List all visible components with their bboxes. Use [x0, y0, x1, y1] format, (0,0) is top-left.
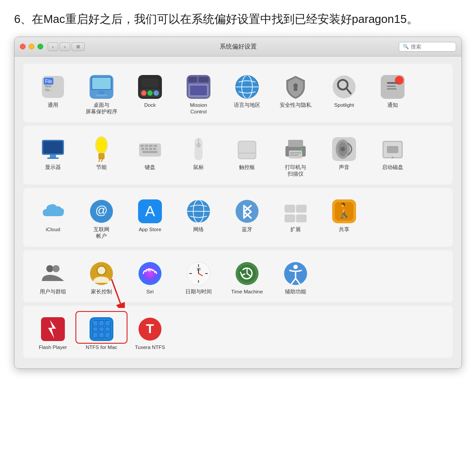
search-icon: 🔍	[403, 44, 409, 49]
mac-window: ‹ › ⊞ 系统偏好设置 🔍 File New	[14, 37, 462, 369]
svg-text:@: @	[95, 203, 108, 217]
dock-icon	[137, 74, 163, 100]
pref-timemachine[interactable]: Time Machine	[223, 257, 271, 297]
trackpad-icon	[234, 136, 260, 162]
svg-rect-124	[93, 333, 97, 338]
pref-spotlight[interactable]: Spotlight	[320, 71, 368, 117]
pref-icloud[interactable]: iCloud	[29, 195, 77, 241]
section3-grid: iCloud @ 互联网帐户	[29, 195, 447, 241]
pref-general[interactable]: File New Op... 通用	[29, 71, 77, 117]
pref-notification[interactable]: 通知	[368, 71, 417, 117]
flash-icon	[40, 316, 66, 342]
svg-rect-123	[105, 327, 110, 331]
pref-internet[interactable]: @ 互联网帐户	[77, 195, 126, 241]
svg-rect-119	[99, 321, 104, 326]
svg-rect-70	[387, 146, 398, 153]
pref-language[interactable]: 语言与地区	[223, 71, 271, 117]
spotlight-icon	[331, 74, 357, 100]
svg-rect-109	[41, 317, 65, 341]
network-icon	[186, 199, 211, 224]
pref-network[interactable]: 网络	[174, 195, 223, 241]
pref-bluetooth[interactable]: 蓝牙	[223, 195, 271, 241]
pref-sharing[interactable]: 🚶 共享	[320, 195, 368, 241]
svg-rect-9	[96, 94, 107, 96]
search-input[interactable]	[411, 44, 450, 50]
svg-rect-80	[296, 205, 307, 213]
svg-rect-45	[149, 145, 153, 147]
svg-point-106	[293, 265, 298, 269]
svg-rect-121	[93, 327, 97, 331]
keyboard-icon	[137, 136, 163, 162]
general-icon: File New Op...	[40, 74, 66, 100]
svg-rect-33	[387, 86, 396, 87]
svg-rect-126	[105, 333, 110, 338]
security-icon	[283, 74, 308, 100]
svg-rect-32	[387, 82, 398, 84]
sharing-label: 共享	[339, 226, 349, 233]
language-label: 语言与地区	[234, 102, 260, 109]
svg-rect-7	[92, 78, 111, 89]
tuxera-label: Tuxera NTFS	[135, 344, 165, 351]
display-icon	[40, 136, 66, 162]
pref-trackpad[interactable]: 触控板	[223, 133, 271, 179]
svg-rect-38	[47, 158, 59, 159]
section5-wrapper: Flash Player	[23, 306, 453, 358]
pref-accessibility[interactable]: 辅助功能	[271, 257, 320, 297]
title-bar: ‹ › ⊞ 系统偏好设置 🔍	[15, 37, 461, 56]
svg-rect-60	[290, 152, 301, 154]
accessibility-label: 辅助功能	[285, 289, 306, 295]
pref-mouse[interactable]: 鼠标	[174, 133, 223, 179]
pref-ntfsmac[interactable]: NTFS for Mac	[77, 313, 126, 352]
ntfsmac-label: NTFS for Mac	[86, 344, 117, 351]
energy-label: 节能	[96, 164, 107, 171]
svg-point-86	[46, 265, 53, 272]
pref-flashplayer[interactable]: Flash Player	[29, 313, 77, 352]
instruction-text: 6、在Mac重启好之后，我们可以在系统偏好设置中找到已经安装好paragon15…	[14, 11, 462, 28]
pref-mission[interactable]: MissionControl	[174, 71, 223, 117]
pref-startup[interactable]: 启动磁盘	[368, 133, 417, 179]
maximize-button[interactable]	[37, 44, 43, 49]
svg-point-87	[52, 265, 60, 272]
pref-tuxera[interactable]: T Tuxera NTFS	[126, 313, 174, 352]
svg-rect-122	[99, 327, 104, 331]
back-button[interactable]: ‹	[48, 42, 58, 51]
tuxera-icon: T	[137, 316, 163, 342]
pref-printer[interactable]: 打印机与扫描仪	[271, 133, 320, 179]
language-icon	[234, 74, 260, 100]
pref-energy[interactable]: 节能	[77, 133, 126, 179]
pref-display[interactable]: 显示器	[29, 133, 77, 179]
pref-appstore[interactable]: A App Store	[126, 195, 174, 241]
pref-security[interactable]: 安全性与隐私	[271, 71, 320, 117]
svg-rect-43	[140, 145, 144, 147]
pref-sound[interactable]: 声音	[320, 133, 368, 179]
sound-icon	[331, 136, 357, 162]
pref-dock[interactable]: Dock	[126, 71, 174, 117]
pref-extensions[interactable]: 扩展	[271, 195, 320, 241]
svg-rect-46	[154, 145, 157, 147]
security-label: 安全性与隐私	[280, 102, 311, 109]
svg-rect-120	[105, 321, 110, 326]
svg-rect-61	[290, 154, 299, 156]
section2-grid: 显示器 节能	[29, 133, 447, 179]
forward-button[interactable]: ›	[60, 42, 70, 51]
minimize-button[interactable]	[29, 44, 34, 49]
svg-point-62	[300, 148, 303, 151]
pref-keyboard[interactable]: 键盘	[126, 133, 174, 179]
section-hardware: 显示器 节能	[23, 126, 453, 184]
pref-datetime[interactable]: 18 日期与时间	[174, 257, 223, 297]
sound-label: 声音	[339, 164, 349, 171]
svg-rect-37	[50, 155, 56, 158]
svg-point-78	[236, 200, 259, 223]
grid-view-button[interactable]: ⊞	[71, 42, 85, 51]
close-button[interactable]	[20, 44, 26, 49]
svg-rect-118	[93, 321, 97, 326]
notification-label: 通知	[387, 102, 398, 109]
svg-point-12	[141, 90, 146, 96]
svg-point-14	[154, 90, 159, 96]
search-bar[interactable]: 🔍	[399, 42, 456, 52]
spotlight-label: Spotlight	[334, 102, 354, 109]
pref-users[interactable]: 用户与群组	[29, 257, 77, 297]
pref-desktop[interactable]: 桌面与屏幕保护程序	[77, 71, 126, 117]
timemachine-label: Time Machine	[231, 289, 263, 295]
svg-point-25	[293, 83, 298, 88]
